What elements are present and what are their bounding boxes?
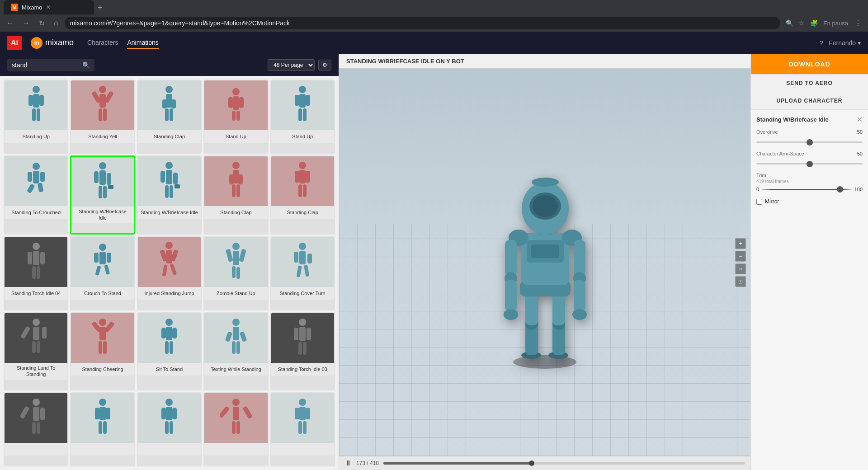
svg-point-140 <box>232 399 240 406</box>
anim-card-sit-to-stand[interactable]: Sit To Stand <box>137 312 202 390</box>
search-submit-icon[interactable]: 🔍 <box>82 61 90 69</box>
svg-rect-113 <box>239 331 247 342</box>
anim-card-standing-up[interactable]: Standing Up <box>4 80 68 154</box>
refresh-button[interactable]: ↻ <box>36 17 47 29</box>
svg-point-152 <box>513 355 576 369</box>
anim-card-stand-up-1[interactable]: Stand Up <box>203 80 268 154</box>
viewport-reset[interactable]: ○ <box>735 263 746 274</box>
anim-card-standing-wbriefcase-idle-2[interactable]: Standing W/Briefcase Idle <box>137 155 202 235</box>
anim-card-standing-torch-idle-03[interactable]: Standing Torch Idle 03 <box>270 312 335 390</box>
mirror-checkbox[interactable] <box>756 199 762 205</box>
overdrive-slider[interactable] <box>756 141 863 143</box>
svg-rect-39 <box>107 173 111 185</box>
trim-start-value: 0 <box>756 187 759 192</box>
anim-thumb-land <box>5 313 67 363</box>
anim-card-zombie-stand-up[interactable]: Zombie Stand Up <box>203 236 268 310</box>
anim-label-standing-up: Standing Up <box>5 130 67 143</box>
upload-character-button[interactable]: UPLOAD CHARACTER <box>751 92 868 110</box>
svg-rect-21 <box>239 97 244 108</box>
help-icon[interactable]: ? <box>820 39 823 47</box>
anim-card-row5-3[interactable] <box>137 392 202 466</box>
param-close-icon[interactable]: ✕ <box>857 115 863 124</box>
svg-point-80 <box>232 243 240 250</box>
anim-thumb-row5-4 <box>204 393 267 443</box>
anim-card-standing-yell[interactable]: Standing Yell <box>70 80 135 154</box>
anim-card-standing-to-crouched[interactable]: Standing To Crouched <box>4 155 68 235</box>
anim-card-standing-land[interactable]: Standing Land To Standing <box>4 312 68 390</box>
svg-rect-11 <box>103 108 107 121</box>
timeline-track[interactable] <box>383 462 745 465</box>
pause-button[interactable]: ⏸ <box>344 459 352 467</box>
viewport-fit[interactable]: ⊡ <box>735 276 746 287</box>
anim-thumb-zombie-stand <box>204 237 267 287</box>
playback-bar: ⏸ 173 / 418 <box>339 456 750 470</box>
search-input[interactable] <box>12 61 80 69</box>
anim-card-standing-clap-1[interactable]: Standing Clap <box>137 80 202 154</box>
svg-rect-32 <box>28 172 32 182</box>
anim-card-stand-up-2[interactable]: Stand Up <box>270 80 335 154</box>
figure-svg-5 <box>287 85 318 126</box>
anim-thumb-standing-to-crouched <box>5 156 67 206</box>
home-button[interactable]: ⌂ <box>51 17 61 29</box>
anim-thumb-standing-clap-3 <box>271 156 334 206</box>
search-icon[interactable]: 🔍 <box>784 18 795 28</box>
bookmark-icon[interactable]: ☆ <box>797 18 807 28</box>
anim-label-zombie-stand: Zombie Stand Up <box>204 287 267 300</box>
svg-rect-131 <box>106 408 110 419</box>
svg-point-12 <box>165 86 173 93</box>
svg-rect-84 <box>232 266 236 278</box>
anim-label-standing-clap-1: Standing Clap <box>138 130 201 143</box>
download-button[interactable]: DOWNLOAD <box>751 54 868 74</box>
anim-card-standing-cover-turn[interactable]: Standing Cover Turn <box>270 236 335 310</box>
animation-grid: Standing Up <box>0 76 339 470</box>
extensions-icon[interactable]: 🧩 <box>808 18 820 28</box>
trim-slider[interactable] <box>762 189 852 190</box>
preview-title: STANDING W/BRIEFCASE IDLE ON Y BOT <box>346 58 464 65</box>
anim-card-row5-4[interactable] <box>203 392 268 466</box>
svg-rect-133 <box>103 421 107 434</box>
anim-card-crouch-to-stand[interactable]: Crouch To Stand <box>70 236 135 310</box>
figure-svg-15 <box>287 242 318 282</box>
address-bar[interactable] <box>65 17 780 29</box>
anim-card-standing-clap-2[interactable]: Standing Clap <box>203 155 268 235</box>
close-tab-icon[interactable]: ✕ <box>46 4 51 10</box>
arm-space-slider[interactable] <box>756 163 863 164</box>
menu-icon[interactable]: ⋮ <box>852 17 864 29</box>
anim-card-injured-standing-jump[interactable]: Injured Standing Jump <box>137 236 202 310</box>
mirror-label[interactable]: Mirror <box>765 198 779 205</box>
anim-card-standing-torch-idle-04[interactable]: Standing Torch Idle 04 <box>4 236 68 310</box>
anim-card-standing-clap-3[interactable]: Standing Clap <box>270 155 335 235</box>
figure-svg-20 <box>287 318 318 358</box>
new-tab-button[interactable]: + <box>94 1 106 14</box>
figure-svg-2 <box>87 85 118 126</box>
anim-card-texting-standing[interactable]: Texting While Standing <box>203 312 268 390</box>
overdrive-value: 50 <box>857 129 863 135</box>
anim-card-row5-2[interactable] <box>70 392 135 466</box>
nav-characters[interactable]: Characters <box>87 37 118 49</box>
viewport-zoom-in[interactable]: + <box>735 238 746 249</box>
viewport-zoom-out[interactable]: − <box>735 251 746 262</box>
send-aero-button[interactable]: SEND TO AERO <box>751 74 868 92</box>
per-page-select[interactable]: 12 Per page 24 Per page 48 Per page <box>268 59 315 71</box>
svg-point-98 <box>99 319 106 326</box>
nav-animations[interactable]: Animations <box>127 37 158 49</box>
anim-card-standing-cheering[interactable]: Standing Cheering <box>70 312 135 390</box>
svg-rect-132 <box>99 421 102 434</box>
svg-rect-88 <box>294 252 298 263</box>
svg-rect-126 <box>32 422 36 434</box>
svg-rect-95 <box>42 327 47 338</box>
anim-label-torch-04: Standing Torch Idle 04 <box>5 287 67 300</box>
browser-tab-mixamo[interactable]: M Mixamo ✕ <box>4 0 94 14</box>
anim-label-cheering: Standing Cheering <box>71 363 134 376</box>
svg-rect-105 <box>166 327 172 340</box>
figure-svg-24 <box>220 398 252 438</box>
anim-card-row5-1[interactable] <box>4 392 68 466</box>
user-dropdown[interactable]: Fernando ▾ <box>829 39 861 47</box>
anim-card-standing-wbriefcase-idle[interactable]: Standing W/Briefcase Idle <box>70 155 135 235</box>
anim-card-row5-5[interactable] <box>270 392 335 466</box>
sort-button[interactable]: ⚙ <box>318 60 331 70</box>
forward-button[interactable]: → <box>20 17 33 29</box>
svg-rect-67 <box>37 266 40 279</box>
anim-thumb-row5-1 <box>5 393 67 443</box>
back-button[interactable]: ← <box>4 17 16 29</box>
